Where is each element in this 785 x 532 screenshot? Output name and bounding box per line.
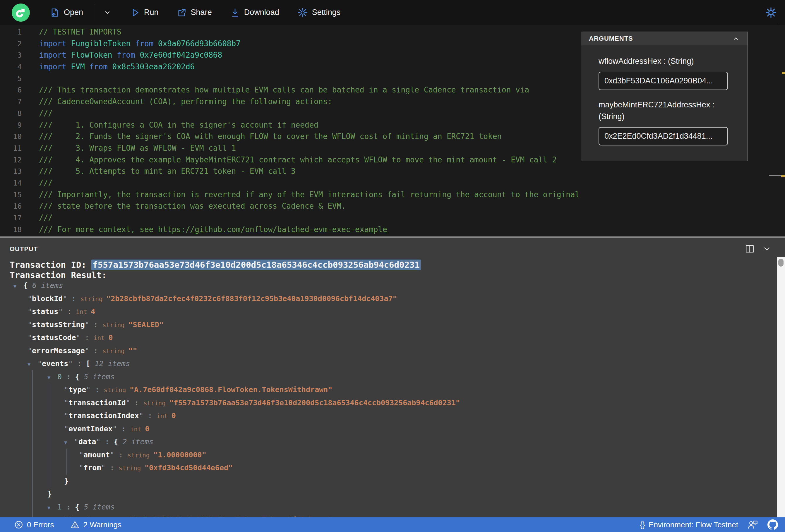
line-number: 3 [0, 50, 22, 61]
run-play-icon [130, 8, 140, 18]
code-token: /// This transaction demonstrates how mu… [39, 85, 529, 94]
arg-input-wflow[interactable] [599, 72, 728, 90]
flow-logo-icon [15, 7, 26, 18]
tree-token-key: blockId [27, 295, 67, 303]
arguments-collapse-button[interactable] [732, 34, 740, 43]
code-token: /// 4. Approves the example MaybeMintERC… [39, 155, 557, 164]
tree-token-t: string [128, 452, 154, 459]
line-number: 8 [0, 108, 22, 120]
run-label: Run [144, 8, 159, 17]
tree-token-p: : [80, 333, 94, 342]
tree-token-p: : [62, 307, 76, 316]
open-dropdown-caret[interactable] [103, 8, 112, 17]
tree-token-p: : [62, 503, 75, 511]
braces-icon: {} [640, 520, 645, 529]
indent-guide [67, 449, 67, 475]
tree-token-v: "0xfd3b4cd50d44e6ed" [145, 463, 233, 472]
tree-row: errorMessage : string "" [0, 345, 773, 358]
code-link[interactable]: https://github.com/onflow/batched-evm-ex… [158, 225, 387, 234]
tree-token-i: 6 items [28, 281, 63, 290]
open-file-icon [50, 8, 60, 18]
tree-collapse-arrow[interactable]: ▼ [64, 436, 74, 449]
code-token: EVM [71, 62, 90, 71]
tree-token-p: : [117, 425, 130, 433]
gear-icon [297, 7, 308, 18]
line-number: 16 [0, 201, 22, 212]
feedback-person-icon[interactable] [748, 520, 758, 530]
tree-row: transactionId : string "f557a1573b76aa53… [0, 397, 773, 410]
editor-overview-ruler[interactable] [778, 25, 785, 236]
github-icon[interactable] [767, 520, 778, 530]
output-title: OUTPUT [10, 245, 38, 253]
arg-input-maybemint[interactable] [599, 127, 728, 146]
tree-token-key: events [37, 359, 73, 368]
warnings-status[interactable]: 2 Warnings [70, 520, 122, 529]
toolbar: Open Run Share [0, 0, 785, 25]
environment-status[interactable]: {} Environment: Flow Testnet [640, 520, 738, 529]
tree-token-v: "2b28cbfb87da2cfec4f0232c6f883f0f12c95b3… [106, 295, 397, 303]
output-scrollbar-thumb[interactable] [778, 259, 784, 267]
output-panel: OUTPUT Transaction ID: f557a1573b76aa53e… [0, 238, 785, 517]
run-button[interactable]: Run [130, 8, 159, 18]
code-token: FungibleToken [71, 39, 135, 48]
code-token: // TESTNET IMPORTS [39, 27, 122, 36]
tree-collapse-arrow[interactable]: ▼ [47, 501, 57, 514]
tree-collapse-arrow[interactable]: ▼ [14, 280, 23, 293]
settings-button[interactable]: Settings [297, 7, 341, 18]
line-number: 17 [0, 212, 22, 224]
line-number: 2 [0, 38, 22, 50]
warning-mark-icon [781, 175, 785, 177]
editor-scroll-indicator [769, 175, 781, 176]
errors-count-label: 0 Errors [27, 520, 54, 529]
share-icon [177, 8, 187, 18]
tree-row: statusCode : int 0 [0, 331, 773, 345]
tree-token-v: 0 [172, 411, 176, 420]
code-token: /// [39, 178, 53, 187]
tree-token-p: : [89, 347, 102, 355]
tree-row: statusString : string "SEALED" [0, 319, 773, 332]
open-button[interactable]: Open [50, 8, 83, 18]
tree-token-i: 5 items [79, 503, 115, 511]
tree-row: ▼data : { 2 items [0, 435, 773, 449]
code-token: import [39, 51, 71, 59]
tree-token-v: 4 [91, 307, 95, 316]
tree-row: ▼events : [ 12 items [0, 357, 773, 371]
indent-guide [32, 370, 33, 517]
tree-token-key: statusCode [27, 333, 80, 342]
line-number: 13 [0, 166, 22, 178]
tree-collapse-arrow[interactable]: ▼ [47, 371, 57, 384]
tree-row: status : int 4 [0, 305, 773, 319]
tree-row: ▼0 : { 5 items [0, 371, 773, 384]
code-line: 13/// 5. Attempts to mint an ERC721 toke… [0, 166, 785, 177]
code-token: /// Importantly, the transaction is reve… [39, 190, 580, 199]
code-line: 18/// For more context, see https://gith… [0, 224, 785, 235]
line-number: 4 [0, 61, 22, 73]
open-label: Open [64, 8, 83, 17]
theme-toggle-sun-icon[interactable] [765, 7, 777, 19]
download-button[interactable]: Download [230, 8, 279, 18]
tree-token-p: : [73, 359, 86, 368]
split-view-icon[interactable] [745, 245, 755, 253]
collapse-output-chevron-icon[interactable] [762, 245, 771, 253]
tree-token-t: int [94, 334, 108, 341]
arguments-body: wflowAddressHex : (String) maybeMintERC7… [581, 45, 748, 146]
tree-token-b: } [64, 477, 69, 485]
tree-token-key: eventIndex [64, 425, 117, 433]
errors-status[interactable]: 0 Errors [14, 520, 54, 529]
tree-token-x: 0 [57, 373, 62, 381]
line-number: 11 [0, 143, 22, 154]
arguments-header[interactable]: ARGUMENTS [581, 32, 748, 45]
warning-triangle-icon [70, 520, 80, 529]
flow-logo[interactable] [12, 3, 30, 22]
output-scrollbar[interactable] [777, 257, 785, 517]
tree-token-t: string [102, 322, 128, 329]
tree-token-v: "A.7e60df042a9c0868.FlowToken.TokensWith… [130, 385, 332, 394]
tree-collapse-arrow[interactable]: ▼ [27, 358, 37, 371]
transaction-id-label: Transaction ID: [10, 260, 91, 270]
tree-token-p: : [89, 321, 102, 329]
share-button[interactable]: Share [177, 8, 212, 18]
tree-token-t: int [157, 413, 172, 420]
tree-token-key: status [27, 307, 62, 316]
line-number: 6 [0, 84, 22, 96]
code-editor[interactable]: 1// TESTNET IMPORTS2import FungibleToken… [0, 25, 785, 236]
